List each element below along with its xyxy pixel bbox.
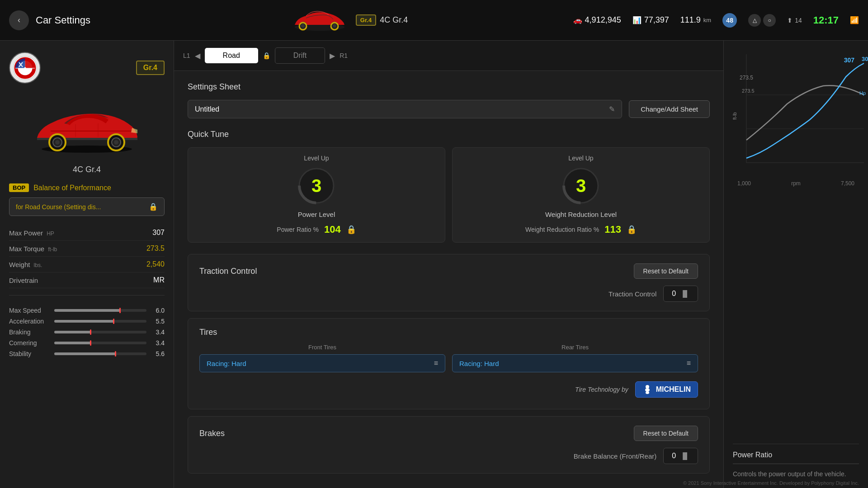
brakes-section: Brakes Reset to Default Brake Balance (F… — [188, 416, 710, 474]
tab-road[interactable]: Road — [205, 48, 258, 63]
perf-marker-1 — [113, 319, 114, 324]
level-number: 48 — [726, 17, 733, 24]
car-name-sidebar: 4C Gr.4 — [9, 165, 165, 174]
chart-secondary-value: 273.5 — [740, 75, 753, 81]
perf-fill-0 — [54, 309, 121, 312]
quick-tune-grid: Level Up 3 Power Level — [188, 147, 710, 243]
michelin-logo: MICHELIN — [635, 381, 698, 398]
perf-value-3: 3.4 — [151, 339, 165, 347]
settings-sheet-row: Untitled ✎ Change/Add Sheet — [188, 100, 710, 118]
back-icon: ‹ — [18, 15, 20, 25]
power-level-circle[interactable]: 3 — [296, 165, 337, 206]
power-level-up-label: Level Up — [197, 155, 436, 162]
edit-icon: ✎ — [609, 105, 615, 113]
triangle-icon: △ — [748, 14, 761, 27]
svg-point-2 — [301, 24, 305, 28]
michelin-row: Tire Technology by MICHELIN — [199, 379, 698, 400]
weight-level-circle[interactable]: 3 — [561, 165, 601, 206]
bar-chart-icon: ▐▌ — [680, 290, 689, 297]
traction-control-label: Traction Control — [199, 290, 656, 298]
rear-tire-name: Racing: Hard — [459, 360, 499, 367]
traction-title: Traction Control — [199, 267, 257, 276]
perf-track-0 — [54, 309, 146, 312]
drivetrain-label: Drivetrain — [9, 277, 38, 284]
perf-bar-max-speed: Max Speed 6.0 — [9, 307, 165, 314]
weight-row: Weight lbs. 2,540 — [9, 257, 165, 272]
level-badge: 48 — [722, 13, 737, 28]
svg-text:Hp: Hp — [859, 90, 866, 96]
chart-info: Power Ratio Controls the power output of… — [733, 444, 859, 479]
weight-level-label: Weight Reduction Level — [462, 211, 700, 218]
car-render-svg — [28, 97, 146, 156]
weight-value: 2,540 — [146, 260, 165, 268]
car-icon: 🚗 — [573, 16, 582, 24]
sheet-name-input[interactable]: Untitled ✎ — [188, 100, 622, 118]
weight-ratio-row: Weight Reduction Ratio % 113 🔒 — [462, 224, 700, 235]
drivetrain-value: MR — [153, 276, 165, 284]
perf-label-2: Braking — [9, 328, 50, 336]
traction-value-box[interactable]: 0 ▐▌ — [663, 286, 698, 302]
front-tire-name: Racing: Hard — [207, 360, 246, 367]
tab-drift[interactable]: Drift — [275, 47, 325, 64]
svg-point-4 — [333, 24, 336, 28]
bop-row: BOP Balance of Performance — [9, 183, 165, 192]
performance-bars: Max Speed 6.0 Acceleration 5.5 Braking — [9, 307, 165, 361]
svg-point-13 — [55, 140, 60, 145]
svg-text:273.5: 273.5 — [742, 88, 755, 94]
chart-x-labels: 1,000 rpm 7,500 — [733, 180, 859, 187]
traction-value: 0 — [672, 290, 676, 298]
tires-grid: Front Tires Racing: Hard ≡ Rear Tires Ra… — [199, 344, 698, 372]
perf-value-4: 5.6 — [151, 350, 165, 357]
front-tire-selector[interactable]: Racing: Hard ≡ — [199, 354, 445, 372]
perf-track-4 — [54, 352, 146, 355]
svg-point-24 — [645, 388, 650, 392]
weight-ratio-value: 113 — [604, 224, 621, 235]
brakes-title: Brakes — [199, 429, 225, 438]
traction-reset-button[interactable]: Reset to Default — [634, 263, 698, 279]
brakes-reset-button[interactable]: Reset to Default — [634, 426, 698, 441]
brake-value-box[interactable]: 0 ▐▌ — [663, 448, 698, 464]
change-sheet-button[interactable]: Change/Add Sheet — [629, 100, 710, 118]
front-tire-col: Front Tires Racing: Hard ≡ — [199, 344, 445, 372]
rear-tire-selector[interactable]: Racing: Hard ≡ — [452, 354, 698, 372]
top-bar-car-info: Gr.4 4C Gr.4 — [179, 7, 519, 34]
brakes-control-row: Brake Balance (Front/Rear) 0 ▐▌ — [199, 448, 698, 464]
brake-bar-icon: ▐▌ — [680, 452, 689, 460]
max-torque-value: 273.5 — [146, 244, 165, 253]
bop-setting-text: for Road Course (Setting dis... — [16, 203, 101, 211]
settings-sheet-section: Settings Sheet Untitled ✎ Change/Add She… — [188, 82, 710, 118]
left-arrow: ◀ — [195, 52, 200, 60]
power-level-label: Power Level — [197, 211, 436, 218]
car-name-top: 4C Gr.4 — [380, 15, 408, 25]
sheet-name-text: Untitled — [195, 105, 219, 113]
button-icons: △ ○ — [748, 14, 776, 27]
front-tire-header: Front Tires — [199, 344, 445, 351]
perf-bar-stability: Stability 5.6 — [9, 350, 165, 357]
rear-tire-header: Rear Tires — [452, 344, 698, 351]
weight-label: Weight lbs. — [9, 261, 42, 268]
r1-icon: R1 — [340, 52, 348, 59]
svg-point-23 — [646, 385, 649, 389]
top-bar-stats: 🚗 4,912,945 📊 77,397 111.9 km 48 △ ○ ⬆ 1… — [519, 13, 859, 28]
weight-level-number: 3 — [576, 176, 586, 196]
tires-title: Tires — [199, 328, 217, 337]
chart-icon: 📊 — [632, 16, 642, 24]
bop-setting-row[interactable]: for Road Course (Setting dis... 🔒 — [9, 197, 165, 216]
mode-tabs: L1 ◀ Road 🔒 Drift ▶ R1 — [174, 41, 723, 71]
max-power-label: Max Power HP — [9, 229, 54, 237]
michelin-man-icon — [642, 385, 652, 394]
chart-x-mid: rpm — [791, 180, 801, 187]
back-button[interactable]: ‹ — [9, 10, 29, 30]
perf-label-3: Cornering — [9, 339, 50, 347]
traction-control-row: Traction Control 0 ▐▌ — [199, 286, 698, 302]
sidebar-logo-area: Gr.4 — [9, 52, 165, 84]
perf-bar-cornering: Cornering 3.4 — [9, 339, 165, 347]
credits-stat: 🚗 4,912,945 — [573, 15, 621, 25]
bop-title: Balance of Performance — [33, 184, 111, 192]
perf-marker-3 — [90, 340, 91, 346]
weight-ratio-label: Weight Reduction Ratio % — [525, 226, 599, 233]
performance-chart: 307 273.5 ft-lb Hp — [733, 50, 868, 176]
circle-icon: ○ — [763, 14, 776, 27]
rear-tire-col: Rear Tires Racing: Hard ≡ — [452, 344, 698, 372]
distance-value: 111.9 — [680, 15, 701, 25]
